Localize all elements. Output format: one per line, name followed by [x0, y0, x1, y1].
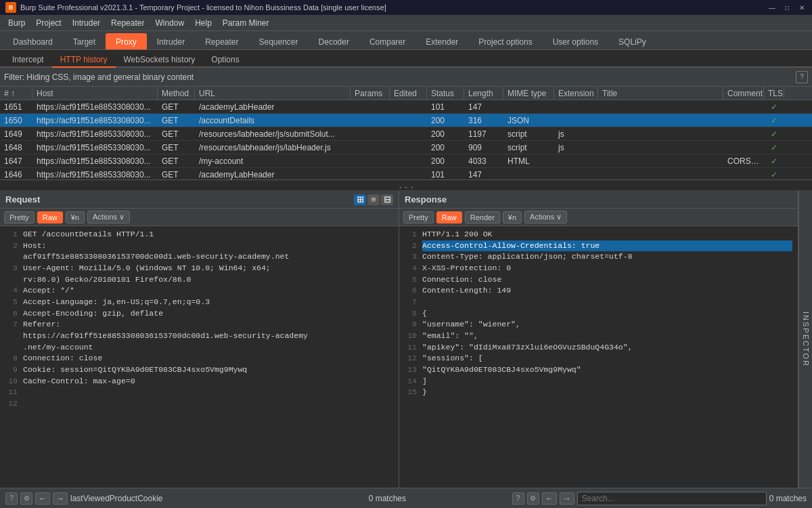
resp-raw-btn[interactable]: Raw — [436, 211, 462, 224]
col-header-method[interactable]: Method — [158, 87, 195, 100]
table-cell: /resources/labheader/js/submitSolut... — [195, 129, 351, 139]
col-header-comment[interactable]: Comment — [723, 87, 764, 100]
table-cell: js — [554, 129, 598, 139]
col-header-status[interactable]: Status — [427, 87, 464, 100]
col-header-length[interactable]: Length — [464, 87, 503, 100]
col-header-mime[interactable]: MIME type — [503, 87, 554, 100]
right-help-icon[interactable]: ? — [512, 492, 524, 505]
line-number: 7 — [405, 297, 417, 308]
col-header-num[interactable]: # ↑ — [0, 87, 32, 100]
req-raw-btn[interactable]: Raw — [37, 211, 63, 224]
http-history-table: # ↑ Host Method URL Params Edited Status… — [0, 87, 812, 180]
line-number: 12 — [405, 353, 417, 364]
table-header: # ↑ Host Method URL Params Edited Status… — [0, 87, 812, 100]
sub-tab-options[interactable]: Options — [203, 53, 247, 68]
divider: ... — [0, 180, 812, 191]
right-prev-btn[interactable]: ← — [542, 492, 557, 505]
main-tab-proxy[interactable]: Proxy — [106, 33, 147, 49]
col-header-url[interactable]: URL — [195, 87, 351, 100]
resp-pretty-btn[interactable]: Pretty — [403, 211, 434, 224]
menu-item-param-miner[interactable]: Param Miner — [217, 15, 275, 30]
main-tab-user-options[interactable]: User options — [543, 33, 608, 49]
table-row[interactable]: 1650https://acf91ff51e8853308030...GET/a… — [0, 114, 812, 127]
main-tab-intruder[interactable]: Intruder — [147, 33, 195, 49]
main-tab-comparer[interactable]: Comparer — [359, 33, 415, 49]
left-next-btn[interactable]: → — [53, 492, 68, 505]
filter-input[interactable] — [4, 72, 796, 82]
maximize-button[interactable]: □ — [782, 3, 792, 12]
table-row[interactable]: 1649https://acf91ff51e8853308030...GET/r… — [0, 127, 812, 141]
table-row[interactable]: 1646https://acf91ff51e8853308030...GET/a… — [0, 168, 812, 180]
view-split-btn[interactable]: ⊞ — [354, 194, 366, 205]
line-content: "sessions": [ — [422, 353, 792, 364]
menu-item-intruder[interactable]: Intruder — [67, 15, 106, 30]
col-header-tls[interactable]: TLS — [764, 87, 784, 100]
table-row[interactable]: 1651https://acf91ff51e8853308030...GET/a… — [0, 100, 812, 114]
main-tab-sqlipy[interactable]: SQLiPy — [608, 33, 656, 49]
req-pretty-btn[interactable]: Pretty — [4, 211, 35, 224]
table-cell: /academyLabHeader — [195, 102, 351, 112]
left-prev-btn[interactable]: ← — [35, 492, 50, 505]
table-row[interactable]: 1647https://acf91ff51e8853308030...GET/m… — [0, 154, 812, 168]
view-horiz-btn[interactable]: ≡ — [367, 194, 380, 205]
left-settings-icon[interactable]: ⚙ — [20, 492, 32, 505]
response-line: 14 ] — [405, 376, 792, 387]
view-vert-btn[interactable]: ⊟ — [381, 194, 393, 205]
sub-tab-intercept[interactable]: Intercept — [4, 53, 52, 68]
cookie-text: lastViewedProductCookie — [70, 494, 163, 503]
line-number: 2 — [405, 240, 417, 252]
resp-render-btn[interactable]: Render — [465, 211, 500, 224]
table-cell: 1648 — [0, 143, 32, 152]
response-pane: Response Pretty Raw Render ¥n Actions ∨ … — [399, 191, 798, 488]
req-actions-btn[interactable]: Actions ∨ — [87, 211, 130, 224]
line-content: X-XSS-Protection: 0 — [422, 263, 792, 274]
main-tab-decoder[interactable]: Decoder — [309, 33, 359, 49]
right-next-btn[interactable]: → — [560, 492, 574, 505]
request-line: 8Connection: close — [5, 353, 393, 364]
col-header-title[interactable]: Title — [598, 87, 723, 100]
line-content — [23, 387, 393, 398]
menu-item-window[interactable]: Window — [150, 15, 189, 30]
left-help-icon[interactable]: ? — [5, 492, 18, 505]
resp-yn-btn[interactable]: ¥n — [503, 211, 522, 224]
col-header-host[interactable]: Host — [32, 87, 158, 100]
minimize-button[interactable]: — — [767, 3, 777, 12]
sub-tab-bar: InterceptHTTP historyWebSockets historyO… — [0, 50, 812, 68]
main-tab-sequencer[interactable]: Sequencer — [249, 33, 309, 49]
request-line: 7Referer: — [5, 319, 393, 331]
col-header-edited[interactable]: Edited — [390, 87, 427, 100]
close-button[interactable]: ✕ — [797, 3, 807, 12]
col-header-ext[interactable]: Extension — [554, 87, 598, 100]
menu-item-repeater[interactable]: Repeater — [106, 15, 150, 30]
main-tab-target[interactable]: Target — [63, 33, 106, 49]
line-number: 6 — [405, 285, 417, 297]
req-resp-area: Request ⊞ ≡ ⊟ Pretty Raw ¥n Actions ∨ 1G… — [0, 191, 812, 488]
col-header-params[interactable]: Params — [351, 87, 390, 100]
line-number: 3 — [5, 263, 18, 274]
menu-item-project[interactable]: Project — [30, 15, 66, 30]
response-line: 10 "email": "", — [405, 331, 792, 342]
sub-tab-websockets-history[interactable]: WebSockets history — [116, 53, 204, 68]
table-cell: HTML — [503, 156, 554, 166]
status-bar-right: ? ⚙ ← → 0 matches — [406, 492, 807, 505]
req-yn-btn[interactable]: ¥n — [66, 211, 85, 224]
line-content: HTTP/1.1 200 OK — [422, 229, 792, 240]
main-tab-project-options[interactable]: Project options — [468, 33, 542, 49]
search-input[interactable] — [577, 492, 767, 505]
filter-help-icon[interactable]: ? — [796, 71, 808, 83]
resp-actions-btn[interactable]: Actions ∨ — [524, 211, 567, 224]
main-tab-dashboard[interactable]: Dashboard — [3, 33, 63, 49]
sub-tab-http-history[interactable]: HTTP history — [52, 53, 116, 68]
table-row[interactable]: 1648https://acf91ff51e8853308030...GET/r… — [0, 141, 812, 154]
request-line: 5Accept-Language: ja,en-US;q=0.7,en;q=0.… — [5, 297, 393, 308]
main-tab-extender[interactable]: Extender — [415, 33, 468, 49]
line-number: 7 — [5, 319, 18, 331]
line-number: 5 — [405, 274, 417, 286]
main-tab-repeater[interactable]: Repeater — [195, 33, 248, 49]
table-cell: GET — [158, 143, 195, 152]
right-settings-icon[interactable]: ⚙ — [527, 492, 539, 505]
menu-item-help[interactable]: Help — [189, 15, 217, 30]
status-bar-left: ? ⚙ ← → lastViewedProductCookie 0 matche… — [5, 492, 406, 505]
menu-item-burp[interactable]: Burp — [3, 15, 30, 30]
inspector-sidebar[interactable]: INSPECTOR — [798, 191, 812, 488]
